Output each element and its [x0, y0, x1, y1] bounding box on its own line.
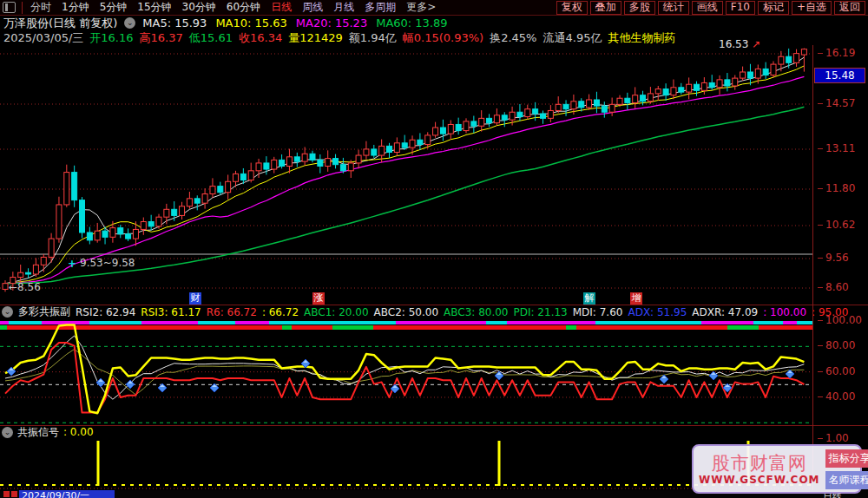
- quote-value: 换2.45%: [490, 30, 536, 46]
- status-mark-icon: [11, 491, 17, 497]
- period-tab[interactable]: 5分钟: [95, 0, 133, 15]
- quote-value: 额1.94亿: [349, 30, 397, 46]
- period-tab[interactable]: 多周期: [359, 0, 401, 15]
- quote-value: 开16.16: [89, 30, 133, 46]
- toolbar-button[interactable]: F10: [726, 1, 755, 15]
- watermark-url: WWW.GSCFW.COM: [699, 474, 820, 486]
- toolbar-button[interactable]: 画线: [692, 1, 723, 15]
- period-tabs: 分时1分钟5分钟15分钟30分钟60分钟日线周线月线多周期更多>: [25, 0, 441, 15]
- price-axis-label: 13.11: [825, 142, 855, 154]
- price-axis-label: 8.60: [825, 281, 849, 293]
- signal-axis-label: 1.00: [825, 432, 849, 444]
- watermark-badges: 指标分享 名师课程: [825, 449, 868, 489]
- period-tab[interactable]: 15分钟: [132, 0, 176, 15]
- date-cursor-box: 2024/09/30/一: [19, 490, 115, 498]
- stock-info-row: 万泽股份(日线 前复权) ⌄ MA5: 15.93MA10: 15.63MA20…: [3, 16, 448, 30]
- toolbar-button[interactable]: 统计: [658, 1, 689, 15]
- event-badge: 增: [630, 292, 642, 305]
- signal-value: : 0.00: [63, 426, 94, 438]
- watermark-badge-2: 名师课程: [825, 471, 868, 489]
- signal-chart[interactable]: [0, 439, 812, 489]
- quote-value: 幅0.15(0.93%): [403, 30, 483, 46]
- pane-divider-2: [0, 425, 868, 426]
- period-tab[interactable]: 1分钟: [56, 0, 95, 15]
- period-tab[interactable]: 周线: [297, 0, 328, 15]
- ma-values: MA5: 15.93MA10: 15.63MA20: 15.23MA60: 13…: [142, 16, 447, 29]
- ma-value: MA20: 15.23: [296, 16, 367, 29]
- diamond-signal-icon: [158, 383, 167, 392]
- toolbar-divider: [22, 2, 23, 14]
- status-mark-icon: [3, 491, 10, 497]
- quote-value: 收16.34: [239, 30, 282, 46]
- signal-title: 共振信号: [17, 425, 59, 440]
- toolbar-button[interactable]: 标记: [758, 1, 789, 15]
- toolbar-button[interactable]: 叠加: [590, 1, 621, 15]
- ma-value: MA5: 15.93: [142, 16, 207, 29]
- top-toolbar: 分时1分钟5分钟15分钟30分钟60分钟日线周线月线多周期更多> 复权叠加多股统…: [0, 0, 868, 16]
- quote-value: 流通4.95亿: [542, 30, 602, 46]
- marker-plus-icon: +: [68, 258, 76, 270]
- indicator-axis-label: 40.00: [825, 390, 855, 403]
- last-price-box: 15.48: [814, 68, 865, 83]
- app-window: 分时1分钟5分钟15分钟30分钟60分钟日线周线月线多周期更多> 复权叠加多股统…: [0, 0, 868, 498]
- quote-value: 量121429: [288, 30, 343, 46]
- price-axis-label: 16.19: [825, 47, 855, 59]
- quote-value: 高16.37: [140, 30, 183, 46]
- axis-border-line: [812, 45, 813, 490]
- stock-title[interactable]: 万泽股份(日线 前复权): [3, 16, 117, 31]
- watermark: 股市财富网 WWW.GSCFW.COM 指标分享 名师课程: [692, 444, 862, 494]
- collapse-main-icon[interactable]: ⌄: [124, 17, 135, 29]
- toolbar-button[interactable]: 多股: [624, 1, 655, 15]
- quote-value: 2025/03/05/三: [3, 30, 83, 46]
- price-axis-label: 14.57: [825, 97, 855, 109]
- collapse-signal-icon[interactable]: ⌄: [2, 427, 13, 438]
- quote-line: 2025/03/05/三开16.16高16.37低15.61收16.34量121…: [3, 30, 675, 45]
- diamond-signal-icon: [709, 371, 718, 380]
- ma-value: MA10: 15.63: [215, 16, 286, 29]
- event-badge: 财: [189, 292, 201, 305]
- indicator-chart[interactable]: [0, 305, 812, 425]
- low-price-annotation: ←8.56: [9, 281, 41, 293]
- price-axis-label: 11.80: [825, 182, 855, 194]
- indicator-axis-label: 60.00: [825, 365, 855, 377]
- period-tab[interactable]: 更多>: [401, 0, 441, 15]
- high-price-annotation: 16.53 ↗: [719, 38, 760, 50]
- price-axis-label: 9.56: [825, 252, 849, 264]
- level-range-annotation: 9.53~9.58: [80, 257, 135, 269]
- indicator-axis-label: 80.00: [825, 339, 855, 351]
- period-tab[interactable]: 分时: [25, 0, 56, 15]
- period-tab[interactable]: 60分钟: [221, 0, 266, 15]
- watermark-title: 股市财富网: [699, 453, 820, 474]
- quote-value: 其他生物制药: [608, 30, 675, 46]
- period-tab[interactable]: 月线: [328, 0, 359, 15]
- event-badge: 解: [583, 292, 595, 305]
- period-tab[interactable]: 30分钟: [177, 0, 221, 15]
- quote-value: 低15.61: [189, 30, 233, 46]
- price-axis-label: 10.62: [825, 219, 855, 231]
- layout-icon[interactable]: [3, 2, 16, 13]
- signal-header: ⌄ 共振信号 : 0.00: [2, 425, 94, 439]
- ma-value: MA60: 13.89: [376, 16, 447, 29]
- event-badge: 涨: [312, 292, 325, 305]
- indicator-axis-label: 100.00: [825, 314, 862, 326]
- period-tab[interactable]: 日线: [266, 0, 297, 15]
- toolbar-button[interactable]: 复权: [556, 1, 588, 15]
- watermark-text: 股市财富网 WWW.GSCFW.COM: [699, 453, 820, 486]
- diamond-signal-icon: [96, 378, 105, 387]
- watermark-badge-1: 指标分享: [825, 449, 868, 468]
- up-arrow-icon: ↗: [752, 38, 760, 50]
